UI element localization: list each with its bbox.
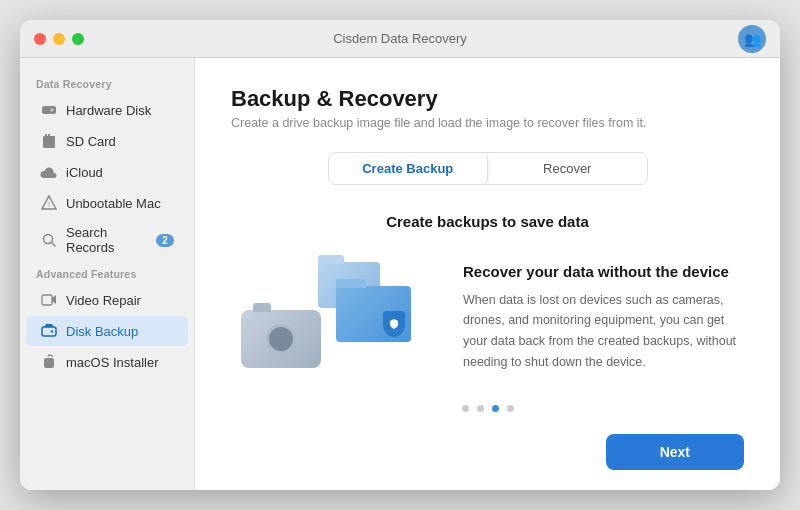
- minimize-button[interactable]: [53, 33, 65, 45]
- sd-card-icon: [40, 132, 58, 150]
- svg-rect-3: [45, 134, 47, 138]
- pagination-dots: [231, 405, 744, 412]
- dot-4[interactable]: [507, 405, 514, 412]
- search-records-icon: [40, 231, 58, 249]
- sidebar-item-sd-card[interactable]: SD Card: [26, 126, 188, 156]
- search-records-badge: 2: [156, 234, 174, 247]
- slide-description: When data is lost on devices such as cam…: [463, 290, 744, 373]
- sidebar-item-label: Search Records: [66, 225, 156, 255]
- page-title: Backup & Recovery: [231, 86, 744, 112]
- sidebar-item-macos-installer[interactable]: macOS Installer: [26, 347, 188, 377]
- window-title: Cisdem Data Recovery: [333, 31, 467, 46]
- maximize-button[interactable]: [72, 33, 84, 45]
- sidebar-item-label: Unbootable Mac: [66, 196, 161, 211]
- svg-rect-0: [42, 106, 56, 114]
- sidebar-item-label: macOS Installer: [66, 355, 158, 370]
- disk-backup-icon: [40, 322, 58, 340]
- svg-point-10: [51, 330, 53, 332]
- sidebar-item-label: iCloud: [66, 165, 103, 180]
- app-window: Cisdem Data Recovery 👥 Data Recovery Har…: [20, 20, 780, 490]
- slide-area: Recover your data without the device Whe…: [231, 246, 744, 389]
- svg-rect-8: [42, 295, 52, 305]
- tab-recover[interactable]: Recover: [488, 153, 647, 184]
- svg-rect-9: [42, 327, 56, 336]
- icloud-icon: [40, 163, 58, 181]
- sidebar-item-unbootable-mac[interactable]: ! Unbootable Mac: [26, 188, 188, 218]
- slide-main-heading: Create backups to save data: [231, 213, 744, 230]
- footer: Next: [231, 430, 744, 470]
- sidebar-section-advanced-features: Advanced Features: [20, 262, 194, 284]
- sidebar-item-disk-backup[interactable]: Disk Backup: [26, 316, 188, 346]
- content-area: Backup & Recovery Create a drive backup …: [195, 58, 780, 490]
- sidebar-item-label: Video Repair: [66, 293, 141, 308]
- slide-text: Recover your data without the device Whe…: [463, 263, 744, 373]
- video-repair-icon: [40, 291, 58, 309]
- tab-create-backup[interactable]: Create Backup: [329, 153, 489, 184]
- close-button[interactable]: [34, 33, 46, 45]
- main-layout: Data Recovery Hardware Disk SD Card iClo…: [20, 58, 780, 490]
- hardware-disk-icon: [40, 101, 58, 119]
- dot-2[interactable]: [477, 405, 484, 412]
- sidebar-section-data-recovery: Data Recovery: [20, 72, 194, 94]
- svg-point-1: [51, 109, 54, 112]
- dot-1[interactable]: [462, 405, 469, 412]
- slide-heading: Recover your data without the device: [463, 263, 744, 280]
- page-subtitle: Create a drive backup image file and loa…: [231, 116, 744, 130]
- user-avatar[interactable]: 👥: [738, 25, 766, 53]
- sidebar: Data Recovery Hardware Disk SD Card iClo…: [20, 58, 195, 490]
- dot-3[interactable]: [492, 405, 499, 412]
- macos-installer-icon: [40, 353, 58, 371]
- window-controls: [34, 33, 84, 45]
- sidebar-item-label: SD Card: [66, 134, 116, 149]
- sidebar-item-label: Hardware Disk: [66, 103, 151, 118]
- slide-illustration: [231, 253, 431, 383]
- sidebar-item-icloud[interactable]: iCloud: [26, 157, 188, 187]
- titlebar: Cisdem Data Recovery 👥: [20, 20, 780, 58]
- next-button[interactable]: Next: [606, 434, 744, 470]
- sidebar-item-hardware-disk[interactable]: Hardware Disk: [26, 95, 188, 125]
- unbootable-mac-icon: !: [40, 194, 58, 212]
- sidebar-item-video-repair[interactable]: Video Repair: [26, 285, 188, 315]
- sidebar-item-label: Disk Backup: [66, 324, 138, 339]
- svg-line-7: [52, 243, 56, 247]
- tab-bar: Create Backup Recover: [328, 152, 648, 185]
- svg-text:!: !: [48, 200, 50, 209]
- svg-rect-4: [48, 134, 50, 138]
- sidebar-item-search-records[interactable]: Search Records 2: [26, 219, 188, 261]
